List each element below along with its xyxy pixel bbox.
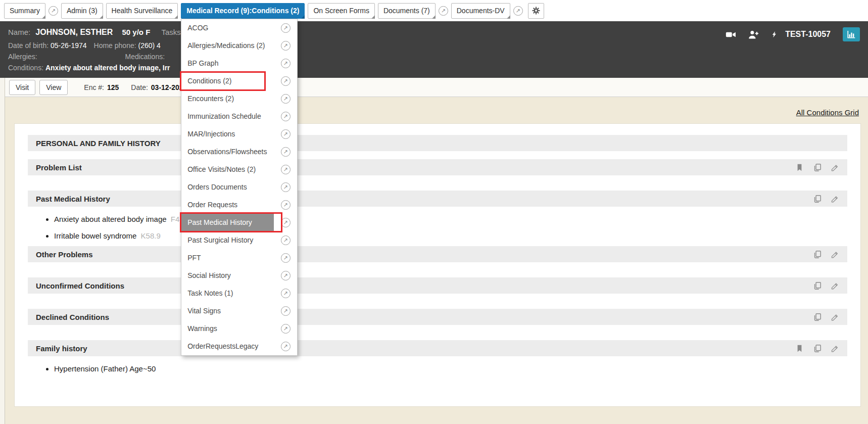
copy-icon[interactable] <box>813 344 822 353</box>
add-person-icon[interactable] <box>748 29 759 40</box>
banner-dob-row: Date of birth: 05-26-1974 Home phone: (2… <box>8 40 860 51</box>
menu-item-past-medical-history[interactable]: Past Medical History ↗ <box>181 214 297 231</box>
tab-documents-dv[interactable]: Documents-DV <box>451 3 510 19</box>
edit-pencil-icon[interactable] <box>831 344 839 353</box>
gear-icon <box>532 6 541 15</box>
enc-number-label: Enc #: <box>84 83 104 91</box>
lightning-icon[interactable] <box>771 29 778 39</box>
patient-id: TEST-10057 <box>785 30 831 39</box>
open-new-window-icon[interactable]: ↗ <box>281 271 291 280</box>
tab-medical-record[interactable]: Medical Record (9):Conditions (2) ACOG ↗… <box>181 3 305 19</box>
menu-item-immunization-schedule[interactable]: Immunization Schedule ↗ <box>181 108 297 125</box>
section-unconfirmed-conditions: Unconfirmed Conditions <box>28 277 847 294</box>
chart-stats-button[interactable] <box>843 27 860 41</box>
medical-record-dropdown: ACOG ↗ Allergies/Medications (2) ↗ BP Gr… <box>181 19 298 356</box>
open-new-window-icon[interactable]: ↗ <box>281 235 291 245</box>
menu-item-vital-signs[interactable]: Vital Signs ↗ <box>181 302 297 320</box>
tab-health-surveillance-label: Health Surveillance <box>112 7 173 15</box>
family-history-item: Hypertension (Father) Age~50 <box>54 364 847 373</box>
open-new-window-icon[interactable]: ↗ <box>281 182 291 192</box>
past-medical-history-list: Anxiety about altered body image F41.8 I… <box>54 215 847 240</box>
open-new-window-icon[interactable]: ↗ <box>513 6 523 16</box>
bookmark-icon[interactable] <box>795 163 804 172</box>
condition-item: Irritable bowel syndrome K58.9 <box>54 231 847 240</box>
menu-item-acog[interactable]: ACOG ↗ <box>181 19 297 37</box>
bookmark-icon[interactable] <box>795 344 804 353</box>
conditions-value: Anxiety about altered body image, Irr <box>45 64 170 72</box>
open-new-window-icon[interactable]: ↗ <box>281 218 291 227</box>
main-content: All Conditions Grid PERSONAL AND FAMILY … <box>5 97 868 424</box>
tab-documents-label: Documents (7) <box>383 7 430 15</box>
copy-icon[interactable] <box>813 163 822 172</box>
medications-label: Medications: <box>125 53 165 61</box>
icd-code: K58.9 <box>141 231 161 240</box>
condition-item: Anxiety about altered body image F41.8 <box>54 215 847 223</box>
menu-item-order-requests[interactable]: Order Requests ↗ <box>181 196 297 214</box>
open-new-window-icon[interactable]: ↗ <box>281 59 291 68</box>
tab-summary[interactable]: Summary <box>4 3 45 19</box>
open-new-window-icon[interactable]: ↗ <box>281 342 291 351</box>
tasks-label: Tasks <box>161 28 180 36</box>
copy-icon[interactable] <box>813 281 822 290</box>
menu-item-social-history[interactable]: Social History ↗ <box>181 267 297 285</box>
personal-family-history-card: PERSONAL AND FAMILY HISTORY Problem List… <box>14 123 861 407</box>
open-new-window-icon[interactable]: ↗ <box>281 253 291 263</box>
open-new-window-icon[interactable]: ↗ <box>281 200 291 210</box>
edit-pencil-icon[interactable] <box>831 163 839 172</box>
open-new-window-icon[interactable]: ↗ <box>439 6 448 16</box>
open-new-window-icon[interactable]: ↗ <box>281 112 291 121</box>
menu-item-allergies-medications[interactable]: Allergies/Medications (2) ↗ <box>181 37 297 55</box>
section-other-problems: Other Problems <box>28 246 847 262</box>
name-label: Name: <box>8 28 30 36</box>
edit-pencil-icon[interactable] <box>831 313 839 321</box>
menu-item-orderrequestslegacy[interactable]: OrderRequestsLegacy ↗ <box>181 338 297 355</box>
copy-icon[interactable] <box>813 250 822 259</box>
tab-admin-label: Admin (3) <box>67 7 98 15</box>
open-new-window-icon[interactable]: ↗ <box>281 306 291 316</box>
video-camera-icon[interactable] <box>726 29 736 40</box>
open-new-window-icon[interactable]: ↗ <box>49 6 58 16</box>
open-new-window-icon[interactable]: ↗ <box>281 129 291 139</box>
all-conditions-grid-link[interactable]: All Conditions Grid <box>796 108 859 117</box>
copy-icon[interactable] <box>813 313 822 321</box>
dob-value: 05-26-1974 <box>51 41 87 50</box>
lower-area: Visit View Enc #: 125 Date: 03-12-2025 A… <box>0 78 868 424</box>
view-button[interactable]: View <box>39 80 68 95</box>
menu-item-task-notes[interactable]: Task Notes (1) ↗ <box>181 285 297 302</box>
section-title: Declined Conditions <box>36 313 109 321</box>
menu-item-observations-flowsheets[interactable]: Observations/Flowsheets ↗ <box>181 143 297 161</box>
visit-button[interactable]: Visit <box>9 80 35 95</box>
allergies-label: Allergies: <box>8 53 37 61</box>
open-new-window-icon[interactable]: ↗ <box>281 147 291 157</box>
open-new-window-icon[interactable]: ↗ <box>281 41 291 51</box>
menu-item-pft[interactable]: PFT ↗ <box>181 249 297 267</box>
edit-pencil-icon[interactable] <box>831 195 839 203</box>
tab-on-screen-forms[interactable]: On Screen Forms <box>308 3 374 19</box>
open-new-window-icon[interactable]: ↗ <box>281 289 291 298</box>
open-new-window-icon[interactable]: ↗ <box>281 23 291 33</box>
menu-item-orders-documents[interactable]: Orders Documents ↗ <box>181 178 297 196</box>
settings-gear-button[interactable] <box>528 3 544 19</box>
copy-icon[interactable] <box>813 195 822 203</box>
patient-name: JOHNSON, ESTHER <box>35 28 113 36</box>
open-new-window-icon[interactable]: ↗ <box>281 76 291 86</box>
open-new-window-icon[interactable]: ↗ <box>281 324 291 334</box>
tab-documents[interactable]: Documents (7) <box>378 3 436 19</box>
menu-item-office-visits-notes[interactable]: Office Visits/Notes (2) ↗ <box>181 161 297 178</box>
menu-item-warnings[interactable]: Warnings ↗ <box>181 320 297 338</box>
edit-pencil-icon[interactable] <box>831 250 839 259</box>
edit-pencil-icon[interactable] <box>831 281 839 290</box>
menu-item-bp-graph[interactable]: BP Graph ↗ <box>181 55 297 72</box>
menu-item-mar-injections[interactable]: MAR/Injections ↗ <box>181 125 297 143</box>
section-title: Family history <box>36 344 87 353</box>
open-new-window-icon[interactable]: ↗ <box>281 165 291 174</box>
home-phone-label: Home phone: <box>94 41 136 50</box>
tab-health-surveillance[interactable]: Health Surveillance <box>106 3 178 19</box>
menu-item-encounters[interactable]: Encounters (2) ↗ <box>181 90 297 108</box>
tab-admin[interactable]: Admin (3) <box>61 3 103 19</box>
left-rail <box>0 78 5 424</box>
open-new-window-icon[interactable]: ↗ <box>281 94 291 104</box>
menu-item-conditions[interactable]: Conditions (2) ↗ <box>181 72 297 90</box>
menu-item-past-surgical-history[interactable]: Past Surgical History ↗ <box>181 231 297 249</box>
section-title: Unconfirmed Conditions <box>36 281 124 290</box>
